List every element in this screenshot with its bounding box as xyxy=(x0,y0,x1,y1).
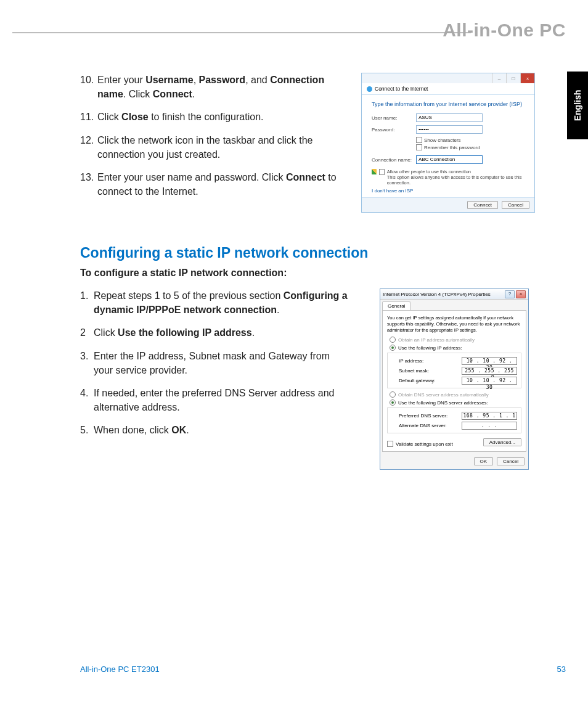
checkbox-icon xyxy=(416,144,422,150)
checkbox-validate-settings[interactable]: Validate settings upon exit xyxy=(387,441,453,447)
dlg2-titlebar: Internet Protocol Version 4 (TCP/IPv4) P… xyxy=(380,289,528,300)
group-dns: Preferred DNS server:168 . 95 . 1 . 1 Al… xyxy=(387,407,521,433)
radio-icon xyxy=(390,391,396,398)
ok-button[interactable]: OK xyxy=(474,457,494,465)
header-rule xyxy=(12,32,471,33)
content-area: Enter your Username, Password, and Conne… xyxy=(80,73,567,470)
dlg1-heading: Type the information from your Internet … xyxy=(372,101,525,107)
steps-static-ip: 1.Repeat steps 1 to 5 of the previous se… xyxy=(80,288,351,446)
step-2: 2Click Use the following IP address. xyxy=(80,325,351,340)
dlg2-tabs: General xyxy=(380,300,528,310)
shield-icon xyxy=(372,169,377,174)
dlg1-button-bar: Connect Cancel xyxy=(362,197,534,212)
lower-row: 1.Repeat steps 1 to 5 of the previous se… xyxy=(80,288,567,470)
dlg2-title: Internet Protocol Version 4 (TCP/IPv4) P… xyxy=(383,292,491,297)
minimize-button[interactable]: – xyxy=(492,73,506,83)
section-heading: Configuring a static IP network connecti… xyxy=(80,245,567,261)
input-default-gateway[interactable]: 10 . 10 . 92 . 30 xyxy=(462,377,517,385)
breadcrumb-text: Connect to the Internet xyxy=(375,86,428,92)
input-password[interactable]: •••••• xyxy=(416,125,483,134)
section-subheading: To configure a static IP network connect… xyxy=(80,268,567,279)
dlg2-button-bar: OK Cancel xyxy=(380,454,528,469)
radio-obtain-ip-auto[interactable]: Obtain an IP address automatically xyxy=(390,337,521,343)
dialog-ipv4-properties: Internet Protocol Version 4 (TCP/IPv4) P… xyxy=(380,288,529,470)
tab-general[interactable]: General xyxy=(382,301,410,310)
cancel-button[interactable]: Cancel xyxy=(497,457,525,465)
close-button[interactable]: × xyxy=(520,73,534,83)
dlg1-breadcrumb: Connect to the Internet xyxy=(362,83,534,95)
ordered-list-continued: Enter your Username, Password, and Conne… xyxy=(80,73,351,198)
page-footer: All-in-One PC ET2301 53 xyxy=(80,665,566,674)
footer-model: All-in-One PC ET2301 xyxy=(80,665,160,674)
dialog-connect-internet: – □ × Connect to the Internet Type the i… xyxy=(361,73,535,213)
dlg2-pane: You can get IP settings assigned automat… xyxy=(382,310,526,452)
dlg1-body: Type the information from your Internet … xyxy=(362,95,534,197)
label-password: Password: xyxy=(372,127,416,133)
steps-continued: Enter your Username, Password, and Conne… xyxy=(80,73,351,207)
radio-icon xyxy=(390,399,396,406)
language-tab: English xyxy=(567,72,588,139)
radio-icon xyxy=(390,345,396,351)
row-password: Password: •••••• xyxy=(372,125,525,134)
close-button[interactable]: × xyxy=(516,290,526,298)
label-username: User name: xyxy=(372,115,416,121)
radio-icon xyxy=(390,337,396,343)
dlg1-titlebar: – □ × xyxy=(362,73,534,83)
input-connection-name[interactable]: ABC Connection xyxy=(416,155,483,164)
row-preferred-dns: Preferred DNS server:168 . 95 . 1 . 1 xyxy=(399,412,517,420)
input-preferred-dns[interactable]: 168 . 95 . 1 . 1 xyxy=(462,412,517,420)
checkbox-show-characters[interactable]: Show characters xyxy=(416,137,525,143)
radio-obtain-dns-auto: Obtain DNS server address automatically xyxy=(390,391,521,398)
row-validate-advanced: Validate settings upon exit Advanced... xyxy=(387,437,521,447)
radio-use-following-dns[interactable]: Use the following DNS server addresses: xyxy=(390,399,521,406)
group-ip: IP address:10 . 10 . 92 . 30 Subnet mask… xyxy=(387,353,521,388)
footer-page-number: 53 xyxy=(557,665,566,674)
step-5: 5.When done, click OK. xyxy=(80,423,351,437)
checkbox-allow-others[interactable] xyxy=(379,169,385,175)
input-subnet-mask[interactable]: 255 . 255 . 255 . 0 xyxy=(462,367,517,375)
checkbox-icon xyxy=(387,441,393,447)
input-alternate-dns[interactable]: . . . xyxy=(462,422,517,430)
cancel-button[interactable]: Cancel xyxy=(502,201,529,209)
radio-use-following-ip[interactable]: Use the following IP address: xyxy=(390,345,521,351)
step-13: Enter your user name and password. Click… xyxy=(80,170,351,198)
language-tab-label: English xyxy=(573,90,582,121)
step-11: Click Close to finish the configuration. xyxy=(80,110,351,124)
step-1: 1.Repeat steps 1 to 5 of the previous se… xyxy=(80,288,351,317)
row-username: User name: ASUS xyxy=(372,113,525,122)
globe-icon xyxy=(367,86,372,92)
step-12: Click the network icon in the taskbar an… xyxy=(80,133,351,162)
row-subnet-mask: Subnet mask:255 . 255 . 255 . 0 xyxy=(399,367,517,375)
manual-page: All-in-One PC English Enter your Usernam… xyxy=(0,0,588,712)
upper-row: Enter your Username, Password, and Conne… xyxy=(80,73,567,213)
input-username[interactable]: ASUS xyxy=(416,113,483,122)
step-3: 3.Enter the IP address, Subnet mask and … xyxy=(80,349,351,377)
checkbox-remember-password[interactable]: Remember this password xyxy=(416,144,525,150)
help-button[interactable]: ? xyxy=(505,290,515,298)
connect-button[interactable]: Connect xyxy=(467,201,498,209)
row-ip-address: IP address:10 . 10 . 92 . 30 xyxy=(399,357,517,365)
step-10: Enter your Username, Password, and Conne… xyxy=(80,73,351,101)
ordered-list-static: 1.Repeat steps 1 to 5 of the previous se… xyxy=(80,288,351,438)
input-ip-address[interactable]: 10 . 10 . 92 . 30 xyxy=(462,357,517,365)
maximize-button[interactable]: □ xyxy=(506,73,520,83)
brand-title: All-in-One PC xyxy=(443,20,566,41)
label-connection-name: Connection name: xyxy=(372,157,416,163)
advanced-button[interactable]: Advanced... xyxy=(483,438,521,446)
checkbox-icon xyxy=(416,137,422,143)
step-4: 4.If needed, enter the preferred DNS Ser… xyxy=(80,386,351,414)
allow-others-text: Allow other people to use this connectio… xyxy=(387,169,525,186)
dlg2-description: You can get IP settings assigned automat… xyxy=(387,315,521,333)
row-alternate-dns: Alternate DNS server:. . . xyxy=(399,422,517,430)
dlg2-wrap: Internet Protocol Version 4 (TCP/IPv4) P… xyxy=(361,288,552,470)
row-connection-name: Connection name: ABC Connection xyxy=(372,155,525,164)
row-default-gateway: Default gateway:10 . 10 . 92 . 30 xyxy=(399,377,517,385)
link-no-isp[interactable]: I don't have an ISP xyxy=(372,188,413,194)
dlg2-window-buttons: ? × xyxy=(505,290,526,298)
row-allow-others: Allow other people to use this connectio… xyxy=(372,169,525,186)
